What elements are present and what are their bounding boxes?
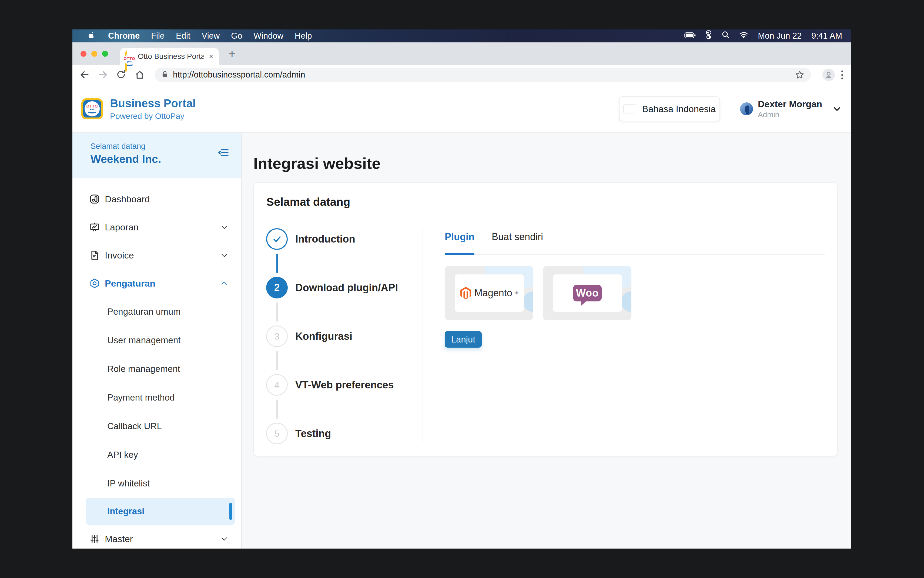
logo-otto-text: OTTO	[86, 104, 98, 108]
step-number: 5	[266, 423, 288, 444]
chevron-down-icon	[220, 251, 228, 259]
wizard-step-5[interactable]: 5Testing	[266, 409, 417, 458]
sidebar-item-label: Dashboard	[105, 194, 150, 205]
apple-icon[interactable]	[88, 31, 96, 41]
brand-title: Business Portal	[110, 97, 196, 110]
menubar-item-chrome[interactable]: Chrome	[108, 31, 140, 41]
window-zoom-button[interactable]	[102, 51, 108, 57]
macos-screen: ChromeFileEditViewGoWindowHelp Mon Jun 2…	[72, 29, 851, 549]
tab-buat-sendiri[interactable]: Buat sendiri	[492, 231, 543, 242]
settings-icon	[89, 278, 100, 289]
browser-profile-icon[interactable]	[822, 68, 835, 81]
step-number: 4	[266, 374, 288, 396]
invoice-icon	[89, 250, 100, 261]
sidebar-subitem-label: Pengaturan umum	[107, 307, 181, 317]
sidebar-subitem-pengaturan-umum[interactable]: Pengaturan umum	[72, 297, 241, 326]
integration-card: Selamat datang Introduction2Download plu…	[253, 182, 838, 456]
plugin-logo-tile: Magento®	[455, 274, 524, 312]
sidebar-subitem-label: Payment method	[107, 393, 175, 403]
language-label: Bahasa Indonesia	[642, 104, 716, 114]
window-minimize-button[interactable]	[91, 51, 97, 57]
window-close-button[interactable]	[81, 51, 86, 57]
menubar-item-file[interactable]: File	[151, 31, 164, 41]
menubar-item-help[interactable]: Help	[295, 31, 312, 41]
sidebar-subitem-callback-url[interactable]: Callback URL	[72, 412, 241, 440]
step-label: Testing	[295, 428, 331, 440]
user-role: Admin	[758, 110, 822, 119]
browser-menu-icon[interactable]	[841, 70, 843, 80]
sidebar-item-dashboard[interactable]: Dashboard	[72, 185, 241, 213]
indonesia-flag-icon	[623, 104, 636, 114]
site-favicon: OTTOPAY	[125, 52, 133, 60]
step-number: 2	[266, 277, 288, 299]
sidebar-subitem-user-management[interactable]: User management	[72, 326, 241, 355]
reload-icon[interactable]	[116, 70, 127, 80]
plugin-list: Magento®Woo	[445, 266, 825, 320]
chevron-down-icon	[220, 223, 228, 231]
step-connector	[276, 253, 278, 273]
master-icon	[89, 533, 100, 544]
bookmark-star-icon[interactable]	[795, 70, 805, 80]
sidebar-subitem-payment-method[interactable]: Payment method	[72, 383, 241, 412]
dashboard-icon	[89, 194, 100, 205]
language-selector[interactable]: Bahasa Indonesia	[619, 96, 720, 121]
decor-circle	[621, 291, 632, 312]
step-connector	[276, 399, 278, 419]
sidebar-item-master[interactable]: Master	[72, 525, 241, 549]
sidebar-subitem-integrasi[interactable]: Integrasi	[86, 498, 235, 525]
tab-plugin[interactable]: Plugin	[445, 231, 474, 242]
step-label: Introduction	[295, 233, 355, 245]
menubar-item-window[interactable]: Window	[254, 31, 283, 41]
user-menu[interactable]: Dexter Morgan Admin	[740, 99, 841, 119]
sidebar-item-laporan[interactable]: Laporan	[72, 213, 241, 241]
step-number: 3	[266, 325, 288, 347]
new-tab-button[interactable]: +	[229, 48, 235, 60]
home-icon[interactable]	[135, 70, 145, 80]
sidebar-subitem-ip-whitelist[interactable]: IP whitelist	[72, 469, 241, 498]
page-title: Integrasi website	[253, 154, 839, 173]
menubar-item-go[interactable]: Go	[231, 31, 242, 41]
sidebar-item-pengaturan[interactable]: Pengaturan	[72, 269, 241, 297]
wizard-step-1[interactable]: Introduction	[266, 215, 417, 263]
plugin-card-woocommerce[interactable]: Woo	[543, 266, 632, 320]
back-icon[interactable]	[80, 70, 90, 80]
lock-icon[interactable]	[161, 70, 169, 79]
url-text[interactable]: http://ottobusinessportal.com/admin	[173, 70, 305, 80]
sidebar-subitem-role-management[interactable]: Role management	[72, 355, 241, 383]
plugin-logo-tile: Woo	[552, 274, 622, 312]
browser-toolbar: http://ottobusinessportal.com/admin	[72, 65, 851, 85]
sidebar-subitem-label: Callback URL	[107, 421, 162, 431]
wizard-stepper: Introduction2Download plugin/API3Konfigu…	[266, 215, 417, 458]
sidebar-item-label: Laporan	[105, 222, 139, 232]
logo-smile	[88, 110, 97, 114]
wizard-step-3[interactable]: 3Konfigurasi	[266, 312, 417, 360]
menubar-item-edit[interactable]: Edit	[176, 31, 190, 41]
magento-reg: ®	[515, 291, 518, 295]
spotlight-search-icon[interactable]	[722, 31, 730, 41]
address-bar[interactable]: http://ottobusinessportal.com/admin	[154, 68, 811, 82]
menubar-item-view[interactable]: View	[202, 31, 220, 41]
chevron-up-icon	[220, 279, 228, 287]
plugin-card-magento[interactable]: Magento®	[445, 266, 533, 320]
active-indicator-bar	[229, 503, 232, 520]
tab-close-icon[interactable]: ×	[209, 52, 213, 61]
main-content: Integrasi website Selamat datang Introdu…	[242, 133, 851, 549]
forward-icon[interactable]	[98, 70, 108, 80]
vertical-divider	[422, 227, 423, 443]
sidebar-collapse-icon[interactable]	[218, 147, 229, 159]
step-label: VT-Web preferences	[295, 379, 394, 391]
brand-subtitle: Powered by OttoPay	[110, 112, 196, 121]
wifi-icon[interactable]	[739, 31, 748, 41]
sidebar-item-invoice[interactable]: Invoice	[72, 241, 241, 269]
wizard-step-2[interactable]: 2Download plugin/API	[266, 263, 417, 312]
step-label: Konfigurasi	[295, 331, 352, 342]
sidebar-subitem-api-key[interactable]: API key	[72, 440, 241, 469]
sidebar-subitem-label: Role management	[107, 364, 180, 374]
sidebar-item-label: Pengaturan	[105, 278, 155, 289]
control-center-icon[interactable]	[705, 30, 712, 42]
ottopay-logo: OTTO PAY	[81, 98, 103, 119]
decor-circle	[523, 291, 533, 312]
continue-button[interactable]: Lanjut	[445, 331, 482, 347]
wizard-step-4[interactable]: 4VT-Web preferences	[266, 360, 417, 409]
browser-tab[interactable]: OTTOPAY Otto Business Portal ×	[120, 48, 219, 65]
